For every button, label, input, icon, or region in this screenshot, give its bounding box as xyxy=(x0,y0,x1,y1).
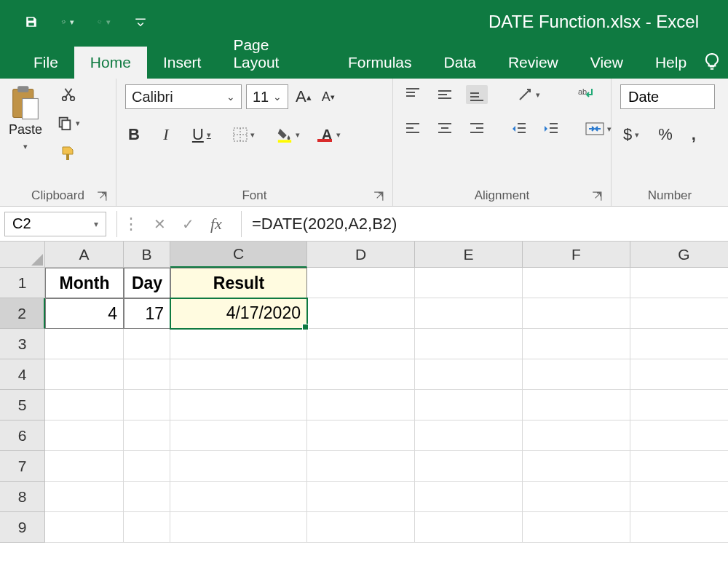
enter-formula-icon[interactable]: ✓ xyxy=(182,215,194,233)
number-format-combo[interactable]: Date xyxy=(620,84,715,109)
cell-e6[interactable] xyxy=(415,420,523,451)
align-center-icon[interactable] xyxy=(434,119,456,138)
tab-formulas[interactable]: Formulas xyxy=(332,47,428,79)
cell-b9[interactable] xyxy=(124,512,170,543)
cell-d5[interactable] xyxy=(307,390,415,420)
cell-e3[interactable] xyxy=(415,329,523,359)
underline-button[interactable]: U xyxy=(189,124,214,146)
cell-g3[interactable] xyxy=(630,329,728,359)
alignment-dialog-launcher-icon[interactable] xyxy=(592,191,602,202)
cell-c2[interactable]: 4/17/2020 xyxy=(170,298,307,329)
cell-b6[interactable] xyxy=(124,420,170,451)
row-header-4[interactable]: 4 xyxy=(0,359,45,390)
align-bottom-icon[interactable] xyxy=(466,85,488,104)
col-header-b[interactable]: B xyxy=(124,242,170,268)
cell-c3[interactable] xyxy=(170,329,307,359)
cell-b4[interactable] xyxy=(124,359,170,390)
redo-button[interactable] xyxy=(95,12,114,31)
col-header-e[interactable]: E xyxy=(415,242,523,268)
col-header-g[interactable]: G xyxy=(630,242,728,268)
comma-style-icon[interactable]: , xyxy=(689,124,699,146)
tell-me-icon[interactable] xyxy=(703,52,724,74)
cell-f8[interactable] xyxy=(523,482,630,512)
cell-e1[interactable] xyxy=(415,268,523,298)
col-header-a[interactable]: A xyxy=(45,242,124,268)
undo-button[interactable] xyxy=(58,12,77,31)
cell-d2[interactable] xyxy=(307,298,415,329)
cell-a5[interactable] xyxy=(45,390,124,420)
align-middle-icon[interactable] xyxy=(434,85,456,104)
font-size-combo[interactable]: 11⌄ xyxy=(246,84,288,109)
cell-f6[interactable] xyxy=(523,420,630,451)
paste-dropdown-icon[interactable] xyxy=(23,137,28,153)
cut-icon[interactable] xyxy=(58,84,79,103)
font-dialog-launcher-icon[interactable] xyxy=(373,191,384,202)
row-header-2[interactable]: 2 xyxy=(0,298,45,329)
cell-g6[interactable] xyxy=(630,420,728,451)
cell-c4[interactable] xyxy=(170,359,307,390)
row-header-5[interactable]: 5 xyxy=(0,390,45,420)
align-top-icon[interactable] xyxy=(402,85,424,104)
cell-e4[interactable] xyxy=(415,359,523,390)
cell-a8[interactable] xyxy=(45,482,124,512)
accounting-format-icon[interactable]: $ xyxy=(620,124,642,146)
row-header-1[interactable]: 1 xyxy=(0,268,45,298)
wrap-text-icon[interactable]: ab xyxy=(575,84,600,105)
tab-file[interactable]: File xyxy=(17,47,74,79)
cell-c9[interactable] xyxy=(170,512,307,543)
cell-g1[interactable] xyxy=(630,268,728,298)
row-header-8[interactable]: 8 xyxy=(0,482,45,512)
cell-f3[interactable] xyxy=(523,329,630,359)
cell-g4[interactable] xyxy=(630,359,728,390)
tab-page-layout[interactable]: Page Layout xyxy=(217,29,332,79)
customize-qat-icon[interactable] xyxy=(131,12,150,31)
cell-e5[interactable] xyxy=(415,390,523,420)
cell-d7[interactable] xyxy=(307,451,415,482)
cell-d4[interactable] xyxy=(307,359,415,390)
cell-f9[interactable] xyxy=(523,512,630,543)
row-header-7[interactable]: 7 xyxy=(0,451,45,482)
name-box[interactable]: C2▾ xyxy=(4,212,106,236)
increase-indent-icon[interactable] xyxy=(540,119,562,138)
col-header-f[interactable]: F xyxy=(523,242,630,268)
row-header-9[interactable]: 9 xyxy=(0,512,45,543)
cell-g9[interactable] xyxy=(630,512,728,543)
font-color-icon[interactable]: A xyxy=(319,124,344,145)
more-icon[interactable]: ⋮ xyxy=(123,215,138,234)
merge-center-icon[interactable] xyxy=(582,119,614,138)
cell-b5[interactable] xyxy=(124,390,170,420)
tab-home[interactable]: Home xyxy=(74,47,147,79)
tab-view[interactable]: View xyxy=(574,47,639,79)
align-left-icon[interactable] xyxy=(402,119,424,138)
paste-button[interactable]: Paste xyxy=(9,84,42,153)
percent-style-icon[interactable]: % xyxy=(655,124,676,146)
cell-d3[interactable] xyxy=(307,329,415,359)
cell-a7[interactable] xyxy=(45,451,124,482)
increase-font-size-icon[interactable]: A▴ xyxy=(293,86,314,108)
cell-c8[interactable] xyxy=(170,482,307,512)
italic-button[interactable]: I xyxy=(159,124,173,146)
cell-a9[interactable] xyxy=(45,512,124,543)
cell-b2[interactable]: 17 xyxy=(124,298,170,329)
font-name-combo[interactable]: Calibri⌄ xyxy=(125,84,242,109)
tab-data[interactable]: Data xyxy=(428,47,492,79)
save-icon[interactable] xyxy=(22,12,41,31)
cell-c5[interactable] xyxy=(170,390,307,420)
decrease-indent-icon[interactable] xyxy=(508,119,530,138)
cell-d1[interactable] xyxy=(307,268,415,298)
clipboard-dialog-launcher-icon[interactable] xyxy=(97,191,107,202)
cell-b8[interactable] xyxy=(124,482,170,512)
cell-d9[interactable] xyxy=(307,512,415,543)
decrease-font-size-icon[interactable]: A▾ xyxy=(319,88,338,106)
cell-a6[interactable] xyxy=(45,420,124,451)
tab-help[interactable]: Help xyxy=(639,47,703,79)
cell-f7[interactable] xyxy=(523,451,630,482)
cell-e7[interactable] xyxy=(415,451,523,482)
spreadsheet-grid[interactable]: A B C D E F G 1 Month Day Result 2 4 17 … xyxy=(0,242,728,543)
tab-insert[interactable]: Insert xyxy=(147,47,218,79)
cell-d6[interactable] xyxy=(307,420,415,451)
cell-g7[interactable] xyxy=(630,451,728,482)
copy-icon[interactable] xyxy=(54,113,83,132)
cell-a3[interactable] xyxy=(45,329,124,359)
row-header-6[interactable]: 6 xyxy=(0,420,45,451)
